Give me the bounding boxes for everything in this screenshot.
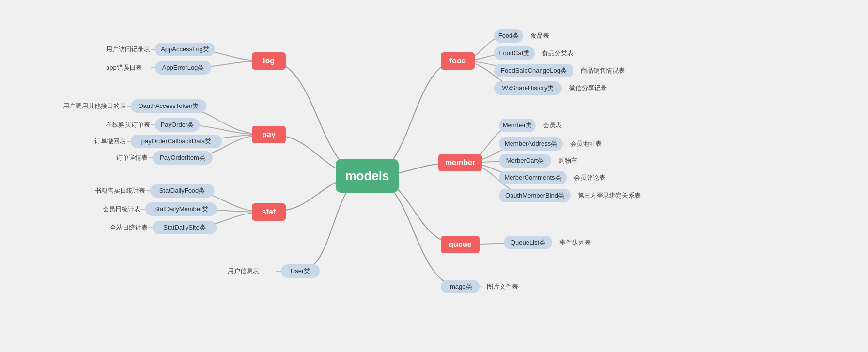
node-models: models — [336, 159, 399, 193]
node-pay: pay — [252, 126, 286, 143]
node-payOrderCallbackData类: payOrderCallbackData类 — [131, 135, 222, 148]
node-QueueList类: QueueList类 — [504, 236, 552, 249]
label-食品表: 食品表 — [530, 31, 549, 40]
label-全站日统计表: 全站日统计表 — [110, 223, 148, 232]
node-PayOrder类: PayOrder类 — [155, 118, 200, 132]
label-食品分类表: 食品分类表 — [542, 49, 574, 58]
node-MerberComments类: MerberComments类 — [499, 171, 567, 184]
label-订单撤回表: 订单撤回表 — [94, 137, 126, 146]
node-log: log — [252, 52, 286, 70]
label-商品销售情况表: 商品销售情况表 — [581, 66, 625, 75]
label-书籍售卖日统计表: 书籍售卖日统计表 — [95, 186, 145, 195]
label-用户调用其他接口的表: 用户调用其他接口的表 — [63, 102, 126, 110]
node-MerberCart类: MerberCart类 — [499, 154, 551, 168]
label-会员地址表: 会员地址表 — [570, 139, 602, 148]
mindmap-container: modelslogAppAccessLog类用户访问记录表AppErrorLog… — [0, 0, 868, 352]
node-member: member — [438, 154, 482, 171]
label-订单详情表: 订单详情表 — [116, 153, 148, 162]
node-StatDailyFood类: StatDailyFood类 — [150, 184, 214, 198]
label-第三方登录绑定关系表: 第三方登录绑定关系表 — [578, 191, 641, 200]
label-购物车: 购物车 — [558, 156, 577, 165]
node-AppAccessLog类: AppAccessLog类 — [155, 43, 215, 56]
label-微信分享记录: 微信分享记录 — [569, 84, 607, 92]
label-app错误日表: app错误日表 — [106, 63, 142, 72]
node-AppErrorLog类: AppErrorLog类 — [155, 61, 211, 75]
node-PayOrderItem类: PayOrderItem类 — [153, 151, 213, 165]
node-food: food — [441, 52, 475, 70]
node-FoodCat类: FoodCat类 — [494, 46, 535, 60]
node-FoodSaleChangeLog类: FoodSaleChangeLog类 — [494, 64, 574, 77]
node-Member类: Member类 — [499, 119, 536, 132]
label-会员评论表: 会员评论表 — [574, 173, 605, 182]
node-StatDailyMember类: StatDailyMember类 — [145, 202, 217, 216]
node-User类: User类 — [281, 264, 320, 278]
label-在线购买订单表: 在线购买订单表 — [106, 121, 150, 129]
node-Image类: Image类 — [441, 280, 480, 293]
node-StatDailySite类: StatDailySite类 — [153, 221, 217, 234]
label-事件队列表: 事件队列表 — [559, 238, 591, 247]
label-会员表: 会员表 — [543, 121, 562, 130]
node-WxShareHistory类: WxShareHistory类 — [494, 81, 562, 95]
node-OauthMemberBind类: OauthMemberBind类 — [499, 189, 571, 202]
label-会员日统计表: 会员日统计表 — [103, 205, 140, 214]
node-queue: queue — [441, 236, 480, 253]
label-用户信息表: 用户信息表 — [228, 267, 259, 275]
node-stat: stat — [252, 203, 286, 221]
node-MemberAddress类: MemberAddress类 — [499, 137, 563, 151]
label-图片文件表: 图片文件表 — [487, 282, 518, 291]
node-Food类: Food类 — [494, 29, 523, 43]
label-用户访问记录表: 用户访问记录表 — [106, 45, 150, 54]
node-OauthAccessToken类: OauthAccessToken类 — [131, 99, 206, 113]
